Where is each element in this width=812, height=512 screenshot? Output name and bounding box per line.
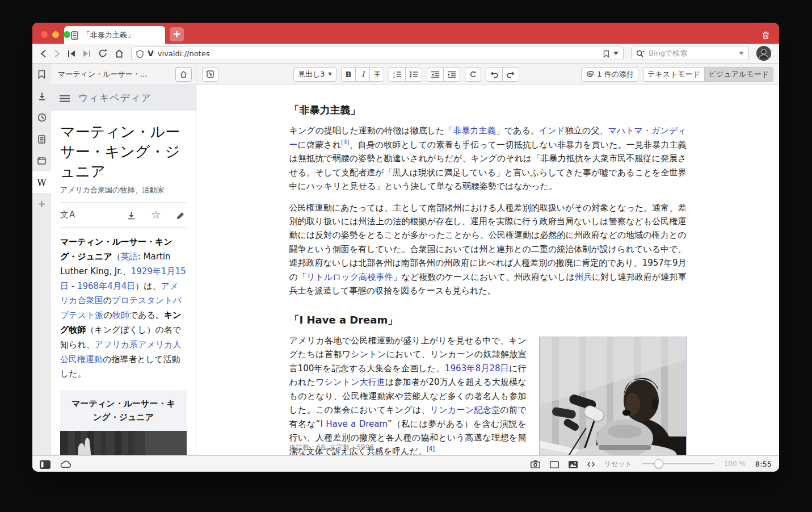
- text-run: 、自身の牧師としての素養も手伝って一切抵抗しない非暴力を貫いた。一見非暴力主義は…: [289, 140, 687, 191]
- page-actions-icon[interactable]: [587, 459, 595, 469]
- undo-button[interactable]: [486, 67, 503, 82]
- search-field[interactable]: Bingで検索: [631, 47, 749, 60]
- history-panel-icon[interactable]: [32, 107, 51, 128]
- search-engine-chevron-down-icon[interactable]: [739, 52, 744, 55]
- infobox-title: マーティン・ルーサー・キング・ジュニア: [60, 391, 187, 431]
- text-run: の: [103, 310, 112, 320]
- reload-icon[interactable]: [98, 49, 107, 58]
- add-webpanel-icon[interactable]: +: [32, 193, 51, 215]
- status-bar: リセット 100 % 8:55: [32, 455, 779, 472]
- inline-link[interactable]: 英語: [121, 251, 138, 262]
- outdent-button[interactable]: [427, 67, 444, 82]
- text-run: （: [112, 251, 121, 262]
- zoom-window-button[interactable]: [64, 31, 70, 38]
- bookmark-chevron-down-icon[interactable]: [613, 52, 619, 55]
- close-window-button[interactable]: [41, 31, 48, 38]
- download-icon[interactable]: [127, 209, 136, 220]
- search-placeholder[interactable]: Bingで検索: [649, 48, 687, 58]
- bookmark-icon[interactable]: [603, 48, 609, 59]
- italic-button[interactable]: I: [355, 67, 370, 82]
- inline-link[interactable]: 州兵: [575, 272, 592, 282]
- zoom-reset-button[interactable]: リセット: [604, 459, 632, 469]
- notes-editor: 見出し3 ▼ B I T 12: [196, 64, 779, 455]
- note-heading: 「I Have a Dream」: [289, 312, 687, 328]
- bookmarks-panel-icon[interactable]: [32, 64, 51, 85]
- article-intro: マーティン・ルーサー・キング・ジュニア（英語: Martin Luther Ki…: [60, 235, 187, 381]
- minimize-window-button[interactable]: [52, 31, 59, 38]
- wikipedia-wordmark[interactable]: ウィキペディア: [78, 91, 152, 104]
- inline-link[interactable]: ワシントン大行進: [315, 377, 385, 387]
- wikipedia-article: マーティン・ルーサー・キング・ジュニア アメリカ合衆国の牧師、活動家 文A ☆: [51, 111, 196, 455]
- browser-window: 「非暴力主義」 + V vivaldi://: [32, 23, 779, 472]
- chevron-down-icon: ▼: [329, 72, 332, 77]
- downloads-panel-icon[interactable]: [32, 85, 51, 107]
- text-run: ）は、: [135, 281, 161, 291]
- fast-forward-icon[interactable]: [83, 50, 91, 57]
- profile-avatar[interactable]: [756, 46, 771, 61]
- edit-icon[interactable]: [176, 209, 184, 220]
- page-images-icon[interactable]: [569, 459, 578, 469]
- panel-icon-strip: W +: [32, 64, 51, 455]
- heading-select[interactable]: 見出し3 ▼: [293, 67, 336, 82]
- inline-link[interactable]: インド: [539, 125, 565, 136]
- web-panel-title: マーティン・ルーサー・...: [58, 69, 171, 79]
- insert-link-button[interactable]: [465, 67, 481, 82]
- navigation-bar: V vivaldi://notes Bingで検索: [32, 44, 779, 64]
- web-panel: マーティン・ルーサー・... ウィキペディア マーティン・ルーサー・キング・ジュ…: [51, 64, 196, 455]
- star-icon[interactable]: ☆: [151, 209, 161, 220]
- wikipedia-page: ウィキペディア マーティン・ルーサー・キング・ジュニア アメリカ合衆国の牧師、活…: [51, 85, 196, 455]
- article-action-row: 文A ☆: [60, 203, 187, 227]
- inline-link[interactable]: 1963年8月28日: [445, 363, 509, 373]
- rewind-icon[interactable]: [68, 50, 75, 57]
- active-tab[interactable]: 「非暴力主義」: [64, 26, 165, 44]
- bold-button[interactable]: B: [341, 67, 356, 82]
- strikethrough-button[interactable]: T: [369, 67, 384, 82]
- tiling-icon[interactable]: [550, 459, 559, 469]
- back-icon[interactable]: [40, 49, 47, 58]
- inline-link[interactable]: リンカーン記念堂: [430, 405, 500, 415]
- address-bar[interactable]: V vivaldi://notes: [131, 47, 624, 60]
- wikipedia-header: ウィキペディア: [51, 85, 196, 111]
- panel-toggle-icon[interactable]: [40, 459, 51, 469]
- sync-cloud-icon[interactable]: [60, 459, 71, 469]
- new-tab-button[interactable]: +: [170, 27, 184, 41]
- notes-panel-icon[interactable]: [32, 128, 51, 150]
- redo-button[interactable]: [502, 67, 519, 82]
- inline-link[interactable]: リトルロック高校事件: [306, 272, 393, 282]
- infobox-photo: [60, 431, 187, 455]
- visual-mode-button[interactable]: ビジュアルモード: [704, 67, 773, 82]
- language-icon[interactable]: 文A: [60, 209, 75, 220]
- inline-link[interactable]: 1968年4月4日: [77, 281, 135, 291]
- svg-text:1: 1: [393, 71, 395, 74]
- vivaldi-icon[interactable]: V: [148, 49, 154, 58]
- capture-page-icon[interactable]: [531, 459, 540, 469]
- ordered-list-button[interactable]: 12: [389, 67, 406, 82]
- unordered-list-button[interactable]: [405, 67, 422, 82]
- home-icon[interactable]: [115, 49, 124, 58]
- note-content-area[interactable]: 「非暴力主義」 キングの提唱した運動の特徴は徹底した「非暴力主義」である。インド…: [196, 85, 779, 455]
- mlk-speech-photo[interactable]: [539, 337, 687, 455]
- inline-link[interactable]: 牧師: [112, 310, 129, 320]
- reference-link[interactable]: [3]: [341, 139, 349, 145]
- indent-button[interactable]: [443, 67, 460, 82]
- tab-title: 「非暴力主義」: [83, 30, 134, 40]
- url-text[interactable]: vivaldi://notes: [158, 49, 210, 58]
- zoom-slider-knob[interactable]: [654, 459, 663, 468]
- hamburger-menu-icon[interactable]: [60, 93, 70, 103]
- note-icon: [71, 30, 78, 40]
- text-mode-button[interactable]: テキストモード: [643, 67, 705, 82]
- forward-icon[interactable]: [54, 49, 60, 58]
- zoom-slider[interactable]: [642, 459, 714, 468]
- text-run: である。: [129, 310, 164, 320]
- windows-panel-icon[interactable]: [32, 150, 51, 171]
- inline-link[interactable]: 非暴力主義: [453, 125, 496, 136]
- inline-link[interactable]: I Have a Dream: [320, 419, 388, 429]
- attachment-button[interactable]: 1 件の添付: [581, 67, 638, 82]
- shield-icon[interactable]: [136, 48, 144, 59]
- open-note-in-tab-button[interactable]: [202, 67, 218, 82]
- closed-tabs-trash-icon[interactable]: [761, 29, 770, 40]
- note-heading: 「非暴力主義」: [289, 102, 687, 118]
- webpanel-wikipedia-icon[interactable]: W: [32, 171, 51, 193]
- panel-home-button[interactable]: [175, 67, 192, 82]
- note-paragraph: キングの提唱した運動の特徴は徹底した「非暴力主義」である。インド独立の父、マハト…: [289, 124, 687, 193]
